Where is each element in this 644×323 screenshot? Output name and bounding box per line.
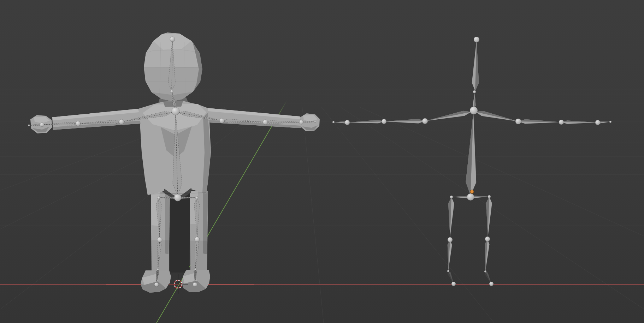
bone-joint-sphere bbox=[194, 268, 196, 270]
bone-joint-sphere bbox=[76, 121, 81, 126]
bone-joint-sphere bbox=[447, 270, 449, 272]
bone-joint-sphere bbox=[299, 120, 303, 124]
bone-joint-sphere bbox=[422, 118, 428, 124]
bone-joint-sphere bbox=[485, 237, 490, 241]
bone-joint-sphere bbox=[154, 282, 159, 287]
bone-joint-sphere bbox=[40, 122, 44, 127]
3d-viewport[interactable] bbox=[0, 0, 644, 323]
bone-joint-sphere bbox=[595, 120, 600, 125]
object-origin-point bbox=[470, 190, 474, 193]
bone-joint-sphere bbox=[174, 194, 181, 201]
bone-joint-sphere bbox=[609, 121, 611, 123]
bone-joint-sphere bbox=[219, 118, 224, 123]
bone-joint-sphere bbox=[488, 195, 491, 198]
bone-joint-sphere bbox=[450, 196, 453, 198]
bone-joint-sphere bbox=[451, 282, 456, 286]
bone-joint-sphere bbox=[559, 120, 564, 125]
bone-joint-sphere bbox=[382, 119, 386, 124]
bone-joint-sphere bbox=[345, 120, 350, 125]
bone-joint-sphere bbox=[157, 196, 160, 199]
bone-joint-sphere bbox=[314, 121, 316, 123]
bone-joint-sphere bbox=[473, 90, 476, 93]
bone-joint-sphere bbox=[263, 120, 268, 125]
bone-joint-sphere bbox=[484, 270, 486, 273]
bone-joint-sphere bbox=[157, 268, 159, 270]
bone-joint-sphere bbox=[474, 37, 479, 42]
bone-joint-sphere bbox=[170, 90, 173, 93]
character-leg-gap bbox=[170, 192, 190, 273]
character-right-shin-shade bbox=[190, 241, 207, 272]
bone-joint-sphere bbox=[489, 282, 494, 286]
bone-joint-sphere bbox=[470, 107, 478, 114]
bone-joint-sphere bbox=[28, 125, 30, 126]
viewport-canvas[interactable] bbox=[0, 0, 644, 323]
bone-joint-sphere bbox=[193, 282, 197, 287]
bone-joint-sphere bbox=[195, 196, 198, 199]
bone-joint-sphere bbox=[170, 37, 175, 42]
bone-joint-sphere bbox=[467, 193, 474, 201]
bone-joint-sphere bbox=[195, 237, 200, 242]
bone-joint-sphere bbox=[332, 121, 335, 123]
viewport-background bbox=[0, 0, 644, 323]
bone-joint-sphere bbox=[157, 237, 162, 242]
bone-joint-sphere bbox=[515, 119, 521, 124]
bone-joint-sphere bbox=[448, 237, 453, 242]
bone-joint-sphere bbox=[172, 107, 179, 115]
bone-joint-sphere bbox=[119, 119, 124, 124]
